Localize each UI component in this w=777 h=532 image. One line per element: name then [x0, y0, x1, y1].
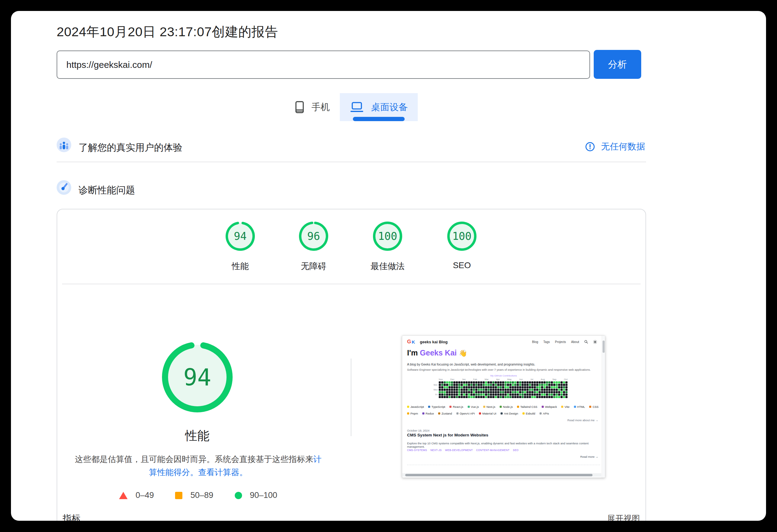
score-label: 性能 [210, 261, 271, 272]
real-users-icon [57, 138, 71, 152]
tech-tag: TypeScript [428, 405, 445, 408]
tech-tag-icon [428, 406, 430, 408]
score-best-practices[interactable]: 100 最佳做法 [357, 222, 418, 272]
tech-tag: Zustand [438, 412, 452, 415]
post-read-more-link: Read more → [580, 455, 598, 458]
laptop-icon [350, 102, 364, 113]
score-label: SEO [431, 261, 492, 270]
score-disclaimer: 这些都是估算值，且可能会因时而异。系统会直接基于这些指标来计算性能得分。查看计算… [72, 453, 325, 479]
phone-icon [295, 101, 304, 114]
tech-tag-icon [422, 412, 424, 414]
tech-tag-icon [483, 406, 485, 408]
section-field-data-title: 了解您的真实用户的体验 [79, 141, 182, 154]
analyze-button[interactable]: 分析 [594, 50, 641, 79]
score-value: 94 [226, 222, 255, 251]
hero-prefix: I'm [407, 349, 418, 357]
site-screenshot-thumbnail: G K geeks kai Blog Blog Tags Projects Ab… [402, 336, 605, 478]
thumb-intro-1: A blog by Geeks Kai focusing on JavaScri… [407, 363, 535, 366]
tech-tag: Node.js [500, 405, 513, 408]
tech-tag-icon [456, 412, 458, 414]
page-title: 2024年10月20日 23:17:07创建的报告 [57, 23, 278, 41]
tech-tag: Next.js [483, 405, 495, 408]
post-tags: CMS-SYSTEMSNEXT-JSWEB-DEVELOPMENTCONTENT… [407, 448, 519, 452]
post-divider [407, 465, 600, 465]
theme-sun-icon [593, 340, 597, 344]
tech-tag-icon [468, 406, 470, 408]
tech-tag: Material UI [479, 412, 496, 415]
tech-tag-icon [479, 412, 481, 414]
score-label: 最佳做法 [357, 261, 418, 272]
performance-gauge-label: 性能 [136, 427, 258, 444]
tab-desktop[interactable]: 桌面设备 [340, 93, 418, 121]
post-tag: SEO [513, 448, 519, 452]
psi-report-window: 2024年10月20日 23:17:07创建的报告 分析 手机 桌面设备 了解您… [11, 11, 766, 521]
post-tag: CONTENT-MANAGEMENT [476, 448, 510, 452]
tech-tag: Vue.js [468, 405, 479, 408]
thumb-nav-about: About [571, 340, 579, 344]
post-excerpt: Explore the top 10 CMS systems compatibl… [407, 442, 597, 448]
see-calculator-link[interactable]: 查看计算器。 [198, 468, 247, 477]
post-tag: CMS-SYSTEMS [407, 448, 427, 452]
score-value: 100 [373, 222, 402, 251]
metrics-section-title: 指标 [63, 513, 80, 521]
thumb-nav: Blog Tags Projects About [532, 340, 597, 344]
performance-gauge: 94 [159, 339, 235, 415]
score-performance[interactable]: 94 性能 [210, 222, 271, 272]
score-accessibility[interactable]: 96 无障碍 [283, 222, 344, 272]
disclaimer-text: 这些都是估算值，且可能会因时而异。系统会直接基于这些指标来 [75, 455, 313, 464]
expand-view-button[interactable]: 展开视图 [607, 513, 640, 521]
thumb-intro-2: Software Engineer specializing in JavaSc… [407, 368, 591, 371]
tech-tag-icon [523, 412, 525, 414]
legend-average: 50–89 [175, 491, 213, 500]
legend-range: 0–49 [135, 491, 154, 500]
tech-tag: APIs [540, 412, 549, 415]
no-data-label: 无任何数据 [601, 141, 645, 153]
tech-tag: OpenAI API [456, 412, 475, 415]
tech-tag-icon [517, 406, 519, 408]
performance-gauge-value: 94 [159, 339, 235, 415]
tech-tag-icon [407, 406, 409, 408]
thumb-nav-blog: Blog [532, 340, 538, 344]
tech-tag-icon [500, 406, 502, 408]
post-tag: WEB-DEVELOPMENT [445, 448, 473, 452]
contributions-months: NovDecJanFebMarAprMayJunJulAugSepOct [439, 378, 567, 381]
contributions-title: My GitHub Contributions [402, 374, 605, 377]
tech-tag-icon [574, 406, 576, 408]
url-input[interactable] [57, 50, 590, 79]
tab-mobile-label: 手机 [312, 101, 330, 114]
no-data-link[interactable]: 无任何数据 [585, 141, 649, 153]
score-label: 无障碍 [283, 261, 344, 272]
score-legend: 0–49 50–89 90–100 [72, 491, 325, 500]
tech-tag-icon [407, 412, 409, 414]
tech-tags-row-2: PnpmReduxZustandOpenAI APIMaterial UIAnt… [407, 412, 602, 415]
tech-tag: Esbuild [523, 412, 535, 415]
tech-tag: Redux [422, 412, 434, 415]
gauge-thumbnail-divider [351, 359, 351, 436]
site-logo: G [407, 339, 411, 345]
tech-tag: Tailwind CSS [517, 405, 537, 408]
post-tag: NEXT-JS [431, 448, 442, 452]
tech-tag: Ant Design [501, 412, 518, 415]
thumb-nav-tags: Tags [544, 340, 550, 344]
tab-mobile[interactable]: 手机 [285, 93, 340, 121]
thumb-horizontal-scrollbar [402, 473, 601, 477]
wave-emoji: 👋 [459, 350, 467, 357]
tech-tag: React.js [449, 405, 463, 408]
tech-tag: HTML [574, 405, 585, 408]
tech-tag-icon [449, 406, 452, 408]
lighthouse-report-card: 94 性能 96 无障碍 100 最佳做法 [57, 209, 646, 521]
read-more-about-link: Read more about me → [567, 418, 598, 422]
score-seo[interactable]: 100 SEO [431, 222, 492, 270]
legend-range: 50–89 [190, 491, 213, 500]
legend-fail: 0–49 [119, 491, 154, 500]
section-diagnose-title: 诊断性能问题 [79, 184, 135, 196]
legend-pass: 90–100 [235, 491, 278, 500]
tech-tag-icon [542, 406, 544, 408]
tech-tag: Vite [561, 405, 569, 408]
tech-tag: Webpack [542, 405, 557, 408]
tech-tags-row-1: JavaScriptTypeScriptReact.jsVue.jsNext.j… [407, 405, 602, 408]
selected-tab-indicator [353, 117, 405, 121]
contributions-heatmap [439, 381, 567, 398]
tab-desktop-label: 桌面设备 [371, 101, 408, 114]
diagnose-speed-icon [57, 180, 71, 195]
